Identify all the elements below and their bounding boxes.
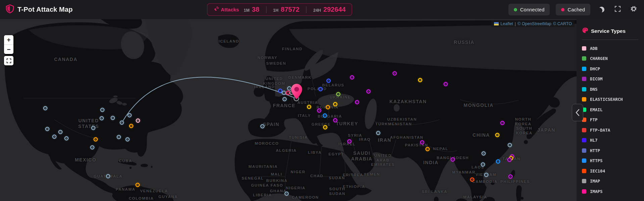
attack-dot: [52, 135, 57, 139]
ukraine-flag-icon: [494, 22, 499, 25]
attack-dot: [333, 118, 338, 123]
leaflet-link[interactable]: Leaflet: [500, 21, 513, 26]
legend-item: ADB: [582, 43, 644, 54]
attack-dot: [126, 137, 130, 142]
brand: T-Pot Attack Map: [5, 4, 73, 15]
header-bar: T-Pot Attack Map Attacks 1M381H8757224H2…: [0, 0, 644, 19]
legend-label: FTP: [590, 117, 598, 122]
attack-dot: [91, 126, 96, 130]
attack-dot: [481, 162, 485, 167]
attack-dot: [508, 143, 512, 147]
legend-swatch: [582, 97, 586, 102]
attack-dot: [393, 71, 397, 76]
attack-dot: [496, 159, 500, 164]
zoom-out-button[interactable]: −: [4, 45, 13, 54]
attack-dot: [470, 178, 475, 182]
attack-dot: [43, 106, 48, 111]
zoom-in-button[interactable]: +: [4, 35, 13, 45]
connection-status-button[interactable]: Connected: [508, 4, 550, 15]
attack-dot: [120, 121, 124, 125]
attack-dot: [318, 87, 323, 91]
legend-item: HTTPS: [582, 156, 644, 166]
attack-dot: [482, 151, 486, 156]
cache-status-button[interactable]: Cached: [556, 4, 590, 15]
legend-label: HTTP: [590, 148, 600, 153]
attribution-separator: |: [515, 21, 516, 26]
legend-swatch: [582, 189, 586, 194]
sidebar-title: Service Types: [591, 28, 626, 34]
header-actions: Connected Cached: [508, 4, 639, 15]
settings-button[interactable]: [629, 5, 639, 15]
dark-mode-toggle[interactable]: [596, 5, 606, 15]
map-attribution: Leaflet | © OpenStreetMap © CARTO: [491, 20, 575, 27]
attack-stats-pill: Attacks 1M381H8757224H292644: [207, 3, 352, 16]
attack-dot: [350, 75, 354, 80]
fullscreen-button[interactable]: [612, 5, 623, 15]
shield-logo-icon: [5, 4, 14, 15]
palette-icon: [582, 27, 588, 35]
legend-label: EMAIL: [590, 107, 603, 112]
page-title: T-Pot Attack Map: [17, 6, 73, 13]
legend-swatch: [582, 179, 586, 183]
legend-item: IMAPS: [582, 186, 644, 197]
attack-dot: [376, 131, 381, 135]
stat-item: 24H292644: [313, 6, 346, 13]
map-zoom-controls: + −: [4, 35, 13, 54]
attack-dot: [58, 130, 63, 134]
sidebar-collapse-button[interactable]: [572, 104, 583, 121]
attack-dot: [323, 125, 328, 130]
attack-dot: [283, 97, 287, 102]
attack-dot: [106, 174, 110, 179]
attack-dot: [136, 183, 140, 187]
chevron-left-icon: [575, 109, 580, 116]
gear-icon: [630, 5, 637, 14]
attack-dot: [507, 158, 512, 162]
legend-item: DHCP: [582, 64, 644, 74]
stats-items: 1M381H8757224H292644: [244, 6, 346, 13]
legend-item: IEC104: [582, 166, 644, 176]
legend-swatch: [582, 148, 586, 153]
world-map[interactable]: ICELANDFINLANDNORWAYSWEDENRUSSIACANADADE…: [0, 19, 644, 201]
legend-label: ADB: [590, 46, 598, 51]
legend-label: HTTPS: [590, 158, 603, 163]
attack-dot: [317, 109, 321, 113]
legend-item: EMAIL: [582, 105, 644, 115]
attack-dot: [307, 105, 311, 109]
cached-dot: [561, 8, 564, 11]
attack-dot: [117, 135, 121, 139]
legend-label: CHARGEN: [590, 56, 608, 61]
carto-link[interactable]: © CARTO: [553, 21, 572, 26]
legend-item: FTP-DATA: [582, 125, 644, 135]
attack-dot: [444, 82, 448, 86]
attack-location-pin-icon: [290, 83, 303, 101]
attack-dot: [500, 121, 505, 125]
moon-icon: [599, 7, 604, 12]
legend-swatch: [582, 46, 586, 51]
osm-link[interactable]: © OpenStreetMap: [517, 21, 551, 26]
legend-swatch: [582, 128, 586, 132]
attack-dot: [136, 119, 140, 123]
attack-dot: [260, 124, 265, 129]
legend-swatch: [582, 169, 586, 173]
legend-swatch: [582, 77, 586, 81]
stat-item: 1M38: [244, 6, 259, 13]
map-fullscreen-button[interactable]: [4, 56, 13, 65]
attack-dot: [111, 116, 115, 120]
legend-swatch: [582, 87, 586, 91]
attack-dot: [420, 140, 425, 145]
attack-dot: [100, 108, 105, 112]
attack-dot: [90, 145, 95, 150]
legend-item: HL7: [582, 135, 644, 146]
legend-swatch: [582, 67, 586, 71]
attack-dot: [129, 124, 134, 128]
satellite-dish-icon: [213, 6, 219, 13]
legend-item: DNS: [582, 84, 644, 94]
legend-item: HTTP: [582, 145, 644, 156]
attack-dot: [366, 89, 371, 94]
attack-dot: [451, 157, 455, 162]
attack-dot: [347, 139, 352, 144]
attack-dot: [426, 147, 430, 151]
stat-separator: [306, 6, 306, 13]
legend-label: DNS: [590, 87, 598, 92]
legend-item: ELASTICSEARCH: [582, 94, 644, 105]
